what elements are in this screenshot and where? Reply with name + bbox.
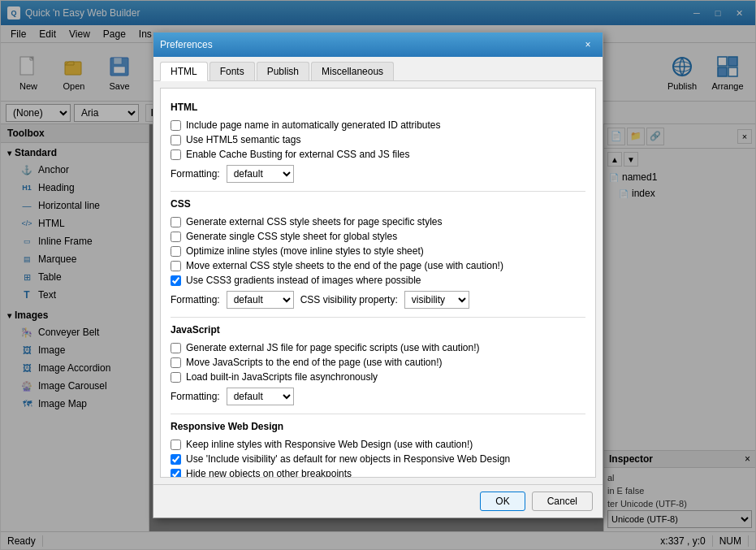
checkbox-use-html5: Use HTML5 semantic tags [171, 134, 585, 145]
js-formatting-select[interactable]: default compact expanded [227, 388, 294, 405]
checkbox-load-async: Load built-in JavaScripts file asynchron… [171, 371, 585, 383]
use-include-visibility-label[interactable]: Use 'Include visibility' as default for … [186, 453, 510, 465]
gen-single-css-label[interactable]: Generate single CSS style sheet for glob… [186, 231, 397, 242]
html-formatting-label: Formatting: [171, 168, 220, 180]
move-js-checkbox[interactable] [171, 357, 181, 368]
move-js-label[interactable]: Move JavaScripts to the end of the page … [186, 357, 443, 368]
checkbox-hide-new-objects: Hide new objects on other breakpoints [171, 468, 585, 478]
optimize-inline-checkbox[interactable] [171, 246, 181, 257]
include-page-name-label[interactable]: Include page name in automatically gener… [186, 119, 441, 131]
use-css3-checkbox[interactable] [171, 275, 181, 286]
use-html5-checkbox[interactable] [171, 135, 181, 145]
checkbox-include-page-name: Include page name in automatically gener… [171, 119, 585, 131]
dialog-footer: OK Cancel [153, 484, 603, 518]
css-visibility-label: CSS visibility property: [300, 294, 398, 305]
checkbox-move-js: Move JavaScripts to the end of the page … [171, 357, 585, 368]
move-ext-css-label[interactable]: Move external CSS style sheets to the en… [186, 260, 503, 271]
keep-inline-label[interactable]: Keep inline styles with Responsive Web D… [186, 439, 473, 450]
gen-single-css-checkbox[interactable] [171, 232, 181, 242]
gen-ext-js-checkbox[interactable] [171, 343, 181, 353]
html-formatting-row: Formatting: default compact expanded [171, 165, 585, 183]
js-formatting-label: Formatting: [171, 391, 220, 402]
checkbox-use-include-visibility: Use 'Include visibility' as default for … [171, 453, 585, 465]
js-formatting-row: Formatting: default compact expanded [171, 388, 585, 405]
css-formatting-row: Formatting: default compact expanded CSS… [171, 291, 585, 309]
move-ext-css-checkbox[interactable] [171, 261, 181, 271]
checkbox-keep-inline: Keep inline styles with Responsive Web D… [171, 439, 585, 450]
css-divider [171, 191, 585, 192]
checkbox-use-css3: Use CSS3 gradients instead of images whe… [171, 275, 585, 286]
css-formatting-select[interactable]: default compact expanded [227, 291, 294, 309]
gen-ext-js-label[interactable]: Generate external JS file for page speci… [186, 342, 480, 353]
keep-inline-checkbox[interactable] [171, 440, 181, 450]
cancel-button[interactable]: Cancel [532, 492, 593, 511]
responsive-divider [171, 414, 585, 414]
html-formatting-select[interactable]: default compact expanded [227, 165, 294, 183]
css-visibility-select[interactable]: visibility display none [404, 291, 469, 309]
checkbox-gen-ext-css: Generate external CSS style sheets for p… [171, 216, 585, 227]
dialog-close-button[interactable]: × [580, 37, 596, 52]
responsive-section-header: Responsive Web Design [171, 421, 585, 432]
hide-new-objects-checkbox[interactable] [171, 469, 181, 479]
gen-ext-css-label[interactable]: Generate external CSS style sheets for p… [186, 216, 443, 227]
dialog-title-bar: Preferences × [153, 32, 603, 57]
gen-ext-css-checkbox[interactable] [171, 217, 181, 227]
enable-cache-checkbox[interactable] [171, 149, 181, 160]
checkbox-optimize-inline: Optimize inline styles (move inline styl… [171, 245, 585, 257]
dialog-title-text: Preferences [160, 39, 580, 50]
html-section-header: HTML [171, 102, 585, 113]
tab-fonts[interactable]: Fonts [210, 62, 255, 80]
tab-miscellaneous[interactable]: Miscellaneous [311, 62, 394, 80]
js-section-header: JavaScript [171, 324, 585, 336]
hide-new-objects-label[interactable]: Hide new objects on other breakpoints [186, 468, 352, 478]
checkbox-gen-ext-js: Generate external JS file for page speci… [171, 342, 585, 353]
use-include-visibility-checkbox[interactable] [171, 454, 181, 465]
use-css3-label[interactable]: Use CSS3 gradients instead of images whe… [186, 275, 421, 286]
main-window: Q Quick 'n Easy Web Builder ─ □ ✕ File E… [0, 0, 756, 550]
optimize-inline-label[interactable]: Optimize inline styles (move inline styl… [186, 245, 424, 257]
include-page-name-checkbox[interactable] [171, 120, 181, 131]
enable-cache-label[interactable]: Enable Cache Busting for external CSS an… [186, 149, 409, 160]
use-html5-label[interactable]: Use HTML5 semantic tags [186, 134, 300, 145]
load-async-checkbox[interactable] [171, 372, 181, 383]
dialog-body: HTML Include page name in automatically … [160, 88, 596, 478]
tab-html[interactable]: HTML [160, 62, 208, 81]
js-divider [171, 317, 585, 318]
modal-overlay: Preferences × HTML Fonts Publish Miscell… [1, 1, 755, 549]
checkbox-move-ext-css: Move external CSS style sheets to the en… [171, 260, 585, 271]
dialog-tab-bar: HTML Fonts Publish Miscellaneous [153, 57, 603, 81]
css-section-header: CSS [171, 198, 585, 210]
load-async-label[interactable]: Load built-in JavaScripts file asynchron… [186, 371, 378, 383]
checkbox-gen-single-css: Generate single CSS style sheet for glob… [171, 231, 585, 242]
tab-publish[interactable]: Publish [257, 62, 309, 80]
css-formatting-label: Formatting: [171, 294, 220, 305]
ok-button[interactable]: OK [480, 492, 525, 511]
checkbox-enable-cache: Enable Cache Busting for external CSS an… [171, 149, 585, 160]
preferences-dialog: Preferences × HTML Fonts Publish Miscell… [153, 32, 603, 518]
